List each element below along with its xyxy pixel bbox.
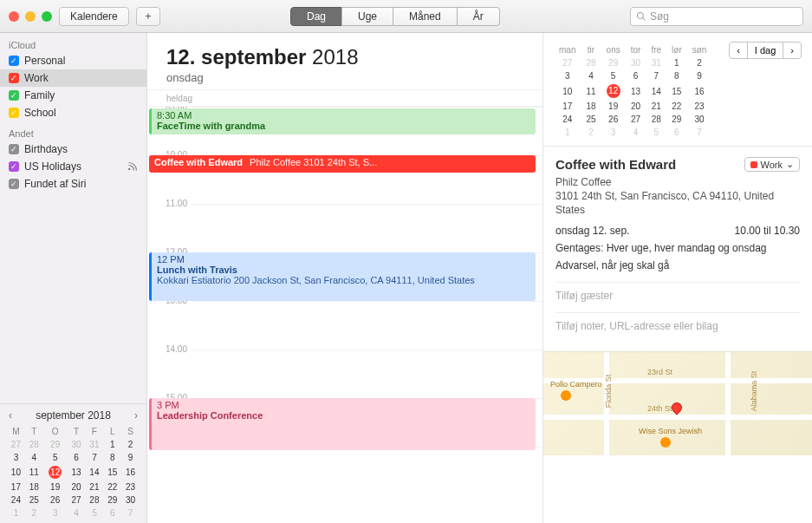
mini-day[interactable]: 1 [554,126,581,139]
sidebar-item-work[interactable]: ✓Work [0,69,146,87]
insp-prev-button[interactable]: ‹ [729,42,748,59]
mini-day[interactable]: 15 [666,82,687,100]
mini-day[interactable]: 6 [626,69,646,82]
mini-day[interactable]: 6 [666,126,687,139]
mini-day[interactable]: 2 [121,438,140,451]
mini-day[interactable]: 5 [646,126,666,139]
view-year[interactable]: År [457,7,500,26]
mini-day[interactable]: 28 [581,56,601,69]
mini-day[interactable]: 17 [7,481,25,494]
minimize-icon[interactable] [25,11,36,22]
mini-day[interactable]: 2 [687,56,712,69]
mini-day[interactable]: 22 [103,481,121,494]
sidebar-item-fundet-af-siri[interactable]: ✓Fundet af Siri [0,175,146,193]
mini-day[interactable]: 16 [687,82,712,100]
mini-day[interactable]: 9 [121,451,140,464]
insp-next-button[interactable]: › [783,42,802,59]
mini-day[interactable]: 23 [121,481,140,494]
calendar-picker[interactable]: Work ⌄ [744,157,800,172]
mini-day[interactable]: 30 [68,438,86,451]
search-input[interactable]: Søg [630,7,803,26]
mini-day[interactable]: 10 [7,464,25,481]
mini-day[interactable]: 19 [601,100,626,113]
mini-day[interactable]: 1 [103,438,121,451]
calendar-checkbox[interactable]: ✓ [9,108,19,118]
mini-day[interactable]: 11 [581,82,601,100]
mini-day[interactable]: 10 [554,82,581,100]
mini-day[interactable]: 26 [43,494,68,507]
mini-day[interactable]: 27 [68,494,86,507]
view-week[interactable]: Uge [341,7,393,26]
mini-day[interactable]: 3 [554,69,581,82]
mini-day[interactable]: 3 [601,126,626,139]
sidebar-item-birthdays[interactable]: ✓Birthdays [0,141,146,158]
mini-day[interactable]: 8 [103,451,121,464]
mini-day[interactable]: 30 [626,56,646,69]
mini-day[interactable]: 25 [25,494,43,507]
mini-day[interactable]: 21 [86,481,104,494]
add-event-button[interactable]: ＋ [136,7,160,26]
mini-day[interactable]: 30 [687,113,712,126]
mini-day[interactable]: 4 [68,507,86,520]
mini-day[interactable]: 14 [86,464,104,481]
mini-day[interactable]: 6 [103,507,121,520]
mini-day[interactable]: 27 [626,113,646,126]
calendars-button[interactable]: Kalendere [59,7,129,26]
sidebar-item-personal[interactable]: ✓Personal [0,52,146,69]
mini-day[interactable]: 30 [121,494,140,507]
mini-day[interactable]: 5 [43,451,68,464]
event-map[interactable]: 23rd St 24th St Alabama St Florida St Po… [543,351,812,455]
event-block[interactable]: 12 PMLunch with TravisKokkari Estiatorio… [149,252,536,301]
mini-day[interactable]: 20 [626,100,646,113]
mini-next-button[interactable]: › [133,409,140,422]
mini-day[interactable]: 24 [554,113,581,126]
mini-day[interactable]: 18 [581,100,601,113]
mini-day[interactable]: 12 [601,82,626,100]
mini-day[interactable]: 7 [687,126,712,139]
mini-day[interactable]: 20 [68,481,86,494]
event-location[interactable]: Philz Coffee 3101 24th St, San Francisco… [555,175,800,218]
mini-day[interactable]: 27 [554,56,581,69]
view-month[interactable]: Måned [393,7,458,26]
mini-day[interactable]: 29 [43,438,68,451]
sidebar-item-family[interactable]: ✓Family [0,87,146,104]
mini-day[interactable]: 25 [581,113,601,126]
view-day[interactable]: Dag [290,7,342,26]
add-notes-field[interactable]: Tilføj noter, URL-adresse eller bilag [555,320,800,332]
allday-row[interactable]: heldag [147,89,542,107]
event-block[interactable]: Coffee with EdwardPhilz Coffee 3101 24th… [149,155,536,173]
mini-day[interactable]: 3 [7,451,25,464]
mini-day[interactable]: 28 [646,113,666,126]
mini-day[interactable]: 13 [68,464,86,481]
sidebar-item-school[interactable]: ✓School [0,104,146,121]
event-datetime[interactable]: onsdag 12. sep. 10.00 til 10.30 [555,225,800,237]
mini-day[interactable]: 1 [666,56,687,69]
mini-day[interactable]: 14 [646,82,666,100]
mini-day[interactable]: 12 [43,464,68,481]
mini-day[interactable]: 11 [25,464,43,481]
event-repeat[interactable]: Gentages: Hver uge, hver mandag og onsda… [555,242,800,254]
mini-day[interactable]: 29 [601,56,626,69]
calendar-checkbox[interactable]: ✓ [9,56,19,66]
mini-day[interactable]: 7 [646,69,666,82]
mini-day[interactable]: 29 [103,494,121,507]
mini-day[interactable]: 22 [666,100,687,113]
mini-day[interactable]: 5 [601,69,626,82]
event-block[interactable]: 8:30 AMFaceTime with grandma [149,108,536,134]
mini-day[interactable]: 2 [25,507,43,520]
mini-day[interactable]: 31 [646,56,666,69]
mini-day[interactable]: 1 [7,507,25,520]
mini-day[interactable]: 4 [25,451,43,464]
mini-prev-button[interactable]: ‹ [7,409,14,422]
mini-day[interactable]: 24 [7,494,25,507]
mini-day[interactable]: 28 [25,438,43,451]
calendar-checkbox[interactable]: ✓ [9,144,19,154]
mini-day[interactable]: 15 [103,464,121,481]
mini-day[interactable]: 6 [68,451,86,464]
mini-day[interactable]: 7 [86,451,104,464]
event-title[interactable]: Coffee with Edward [555,157,676,172]
mini-day[interactable]: 2 [581,126,601,139]
close-icon[interactable] [9,11,19,22]
mini-day[interactable]: 5 [86,507,104,520]
mini-day[interactable]: 21 [646,100,666,113]
